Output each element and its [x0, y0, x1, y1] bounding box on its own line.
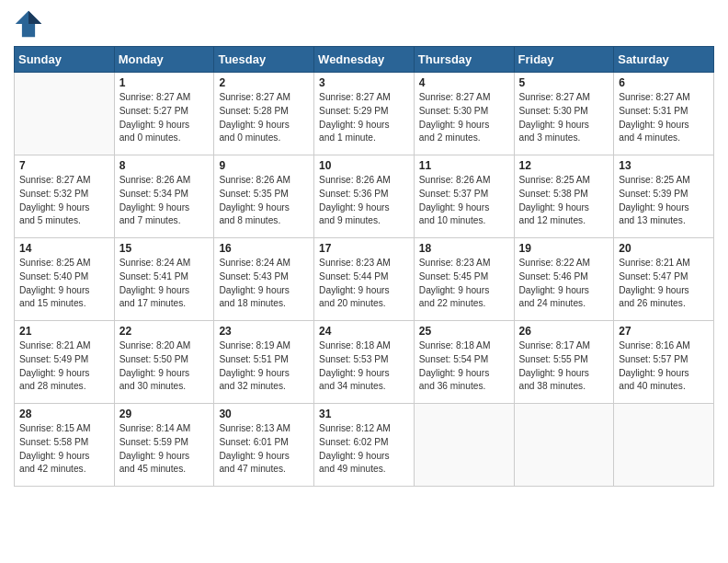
day-cell: 10Sunrise: 8:26 AMSunset: 5:36 PMDayligh…: [314, 155, 415, 238]
day-number: 1: [119, 76, 210, 89]
day-cell: [15, 73, 115, 155]
week-row-0: 1Sunrise: 8:27 AMSunset: 5:27 PMDaylight…: [15, 73, 714, 155]
day-cell: 19Sunrise: 8:22 AMSunset: 5:46 PMDayligh…: [514, 238, 614, 321]
day-info: Sunrise: 8:27 AMSunset: 5:32 PMDaylight:…: [19, 174, 109, 228]
day-cell: 24Sunrise: 8:18 AMSunset: 5:53 PMDayligh…: [314, 321, 415, 404]
day-cell: 16Sunrise: 8:24 AMSunset: 5:43 PMDayligh…: [214, 238, 314, 321]
logo: [14, 9, 47, 39]
day-info: Sunrise: 8:27 AMSunset: 5:31 PMDaylight:…: [619, 91, 709, 145]
day-number: 31: [319, 408, 409, 420]
day-info: Sunrise: 8:27 AMSunset: 5:29 PMDaylight:…: [319, 91, 409, 145]
day-cell: 12Sunrise: 8:25 AMSunset: 5:38 PMDayligh…: [514, 155, 614, 238]
day-number: 5: [519, 76, 609, 89]
day-number: 23: [219, 325, 309, 338]
day-cell: [514, 404, 614, 487]
day-cell: 17Sunrise: 8:23 AMSunset: 5:44 PMDayligh…: [314, 238, 415, 321]
calendar-body: 1Sunrise: 8:27 AMSunset: 5:27 PMDaylight…: [15, 73, 714, 487]
header-cell-sunday: Sunday: [15, 47, 115, 73]
day-info: Sunrise: 8:24 AMSunset: 5:43 PMDaylight:…: [219, 257, 309, 311]
day-number: 28: [19, 408, 109, 420]
calendar-table: SundayMondayTuesdayWednesdayThursdayFrid…: [14, 46, 714, 487]
day-info: Sunrise: 8:26 AMSunset: 5:35 PMDaylight:…: [219, 174, 309, 228]
day-info: Sunrise: 8:21 AMSunset: 5:49 PMDaylight:…: [19, 339, 109, 394]
day-cell: 31Sunrise: 8:12 AMSunset: 6:02 PMDayligh…: [314, 404, 415, 487]
day-cell: 4Sunrise: 8:27 AMSunset: 5:30 PMDaylight…: [414, 73, 514, 155]
day-cell: 22Sunrise: 8:20 AMSunset: 5:50 PMDayligh…: [114, 321, 214, 404]
day-info: Sunrise: 8:16 AMSunset: 5:57 PMDaylight:…: [619, 339, 709, 394]
day-number: 15: [119, 242, 210, 255]
header-cell-thursday: Thursday: [414, 47, 514, 73]
day-cell: 3Sunrise: 8:27 AMSunset: 5:29 PMDaylight…: [314, 73, 415, 155]
day-number: 27: [619, 325, 709, 338]
week-row-4: 28Sunrise: 8:15 AMSunset: 5:58 PMDayligh…: [15, 404, 714, 487]
day-info: Sunrise: 8:15 AMSunset: 5:58 PMDaylight:…: [19, 422, 109, 477]
day-info: Sunrise: 8:23 AMSunset: 5:44 PMDaylight:…: [319, 257, 409, 311]
page: SundayMondayTuesdayWednesdayThursdayFrid…: [0, 0, 728, 500]
day-cell: 7Sunrise: 8:27 AMSunset: 5:32 PMDaylight…: [15, 155, 115, 238]
day-number: 16: [219, 242, 309, 255]
day-cell: [614, 404, 714, 487]
day-number: 9: [219, 159, 309, 172]
week-row-1: 7Sunrise: 8:27 AMSunset: 5:32 PMDaylight…: [15, 155, 714, 238]
header-row: SundayMondayTuesdayWednesdayThursdayFrid…: [15, 47, 714, 73]
day-cell: 11Sunrise: 8:26 AMSunset: 5:37 PMDayligh…: [414, 155, 514, 238]
day-number: 22: [119, 325, 210, 338]
day-number: 8: [119, 159, 210, 172]
day-cell: 8Sunrise: 8:26 AMSunset: 5:34 PMDaylight…: [114, 155, 214, 238]
day-number: 29: [119, 408, 210, 420]
day-info: Sunrise: 8:26 AMSunset: 5:36 PMDaylight:…: [319, 174, 409, 228]
day-info: Sunrise: 8:13 AMSunset: 6:01 PMDaylight:…: [219, 422, 309, 477]
day-cell: 28Sunrise: 8:15 AMSunset: 5:58 PMDayligh…: [15, 404, 115, 487]
day-cell: 15Sunrise: 8:24 AMSunset: 5:41 PMDayligh…: [114, 238, 214, 321]
day-info: Sunrise: 8:25 AMSunset: 5:40 PMDaylight:…: [19, 257, 109, 311]
day-number: 19: [519, 242, 609, 255]
day-number: 13: [619, 159, 709, 172]
day-number: 2: [219, 76, 309, 89]
svg-marker-1: [28, 11, 41, 24]
header-cell-wednesday: Wednesday: [314, 47, 415, 73]
day-number: 17: [319, 242, 409, 255]
day-cell: 1Sunrise: 8:27 AMSunset: 5:27 PMDaylight…: [114, 73, 214, 155]
day-cell: 18Sunrise: 8:23 AMSunset: 5:45 PMDayligh…: [414, 238, 514, 321]
day-cell: 29Sunrise: 8:14 AMSunset: 5:59 PMDayligh…: [114, 404, 214, 487]
day-cell: 6Sunrise: 8:27 AMSunset: 5:31 PMDaylight…: [614, 73, 714, 155]
day-cell: 27Sunrise: 8:16 AMSunset: 5:57 PMDayligh…: [614, 321, 714, 404]
header-cell-friday: Friday: [514, 47, 614, 73]
day-number: 11: [419, 159, 509, 172]
day-number: 25: [419, 325, 509, 338]
day-cell: 2Sunrise: 8:27 AMSunset: 5:28 PMDaylight…: [214, 73, 314, 155]
day-number: 10: [319, 159, 409, 172]
day-info: Sunrise: 8:25 AMSunset: 5:38 PMDaylight:…: [519, 174, 609, 228]
day-number: 6: [619, 76, 709, 89]
day-number: 3: [319, 76, 409, 89]
day-info: Sunrise: 8:18 AMSunset: 5:53 PMDaylight:…: [319, 339, 409, 394]
day-number: 24: [319, 325, 409, 338]
day-cell: 5Sunrise: 8:27 AMSunset: 5:30 PMDaylight…: [514, 73, 614, 155]
day-number: 12: [519, 159, 609, 172]
week-row-2: 14Sunrise: 8:25 AMSunset: 5:40 PMDayligh…: [15, 238, 714, 321]
day-info: Sunrise: 8:26 AMSunset: 5:37 PMDaylight:…: [419, 174, 509, 228]
day-cell: 20Sunrise: 8:21 AMSunset: 5:47 PMDayligh…: [614, 238, 714, 321]
day-cell: 25Sunrise: 8:18 AMSunset: 5:54 PMDayligh…: [414, 321, 514, 404]
day-info: Sunrise: 8:19 AMSunset: 5:51 PMDaylight:…: [219, 339, 309, 394]
day-info: Sunrise: 8:27 AMSunset: 5:30 PMDaylight:…: [419, 91, 509, 145]
header-cell-saturday: Saturday: [614, 47, 714, 73]
day-cell: 13Sunrise: 8:25 AMSunset: 5:39 PMDayligh…: [614, 155, 714, 238]
day-info: Sunrise: 8:21 AMSunset: 5:47 PMDaylight:…: [619, 257, 709, 311]
day-cell: [414, 404, 514, 487]
day-number: 18: [419, 242, 509, 255]
day-info: Sunrise: 8:27 AMSunset: 5:30 PMDaylight:…: [519, 91, 609, 145]
day-info: Sunrise: 8:26 AMSunset: 5:34 PMDaylight:…: [119, 174, 210, 228]
day-cell: 14Sunrise: 8:25 AMSunset: 5:40 PMDayligh…: [15, 238, 115, 321]
day-cell: 26Sunrise: 8:17 AMSunset: 5:55 PMDayligh…: [514, 321, 614, 404]
header-cell-monday: Monday: [114, 47, 214, 73]
day-number: 7: [19, 159, 109, 172]
day-info: Sunrise: 8:14 AMSunset: 5:59 PMDaylight:…: [119, 422, 210, 477]
day-info: Sunrise: 8:27 AMSunset: 5:28 PMDaylight:…: [219, 91, 309, 145]
day-info: Sunrise: 8:24 AMSunset: 5:41 PMDaylight:…: [119, 257, 210, 311]
week-row-3: 21Sunrise: 8:21 AMSunset: 5:49 PMDayligh…: [15, 321, 714, 404]
day-number: 30: [219, 408, 309, 420]
day-info: Sunrise: 8:12 AMSunset: 6:02 PMDaylight:…: [319, 422, 409, 477]
day-cell: 21Sunrise: 8:21 AMSunset: 5:49 PMDayligh…: [15, 321, 115, 404]
day-number: 21: [19, 325, 109, 338]
